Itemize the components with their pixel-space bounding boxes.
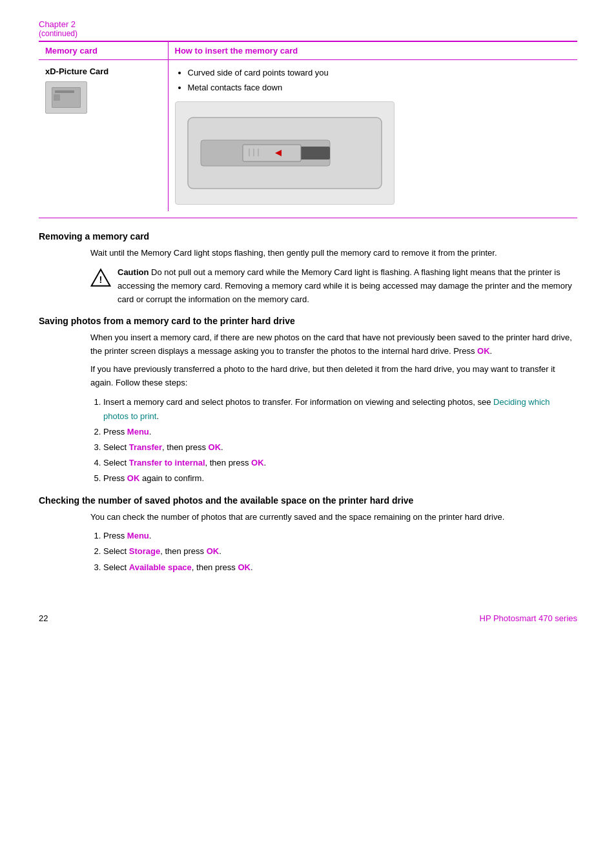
bullet-item-2: Metal contacts face down bbox=[188, 81, 571, 95]
card-name-label: xD-Picture Card bbox=[45, 67, 161, 76]
transfer-to-internal-label: Transfer to internal bbox=[129, 458, 205, 468]
ok-label-2: OK bbox=[251, 458, 264, 468]
checking-step-3: Select Available space, then press OK. bbox=[103, 560, 577, 575]
checking-body: You can check the number of photos that … bbox=[90, 511, 577, 575]
svg-rect-3 bbox=[243, 145, 301, 161]
saving-steps-list: Insert a memory card and select photos t… bbox=[103, 395, 577, 486]
removing-heading: Removing a memory card bbox=[39, 231, 577, 242]
removing-paragraph: Wait until the Memory Card light stops f… bbox=[90, 247, 577, 260]
menu-label-1: Menu bbox=[127, 427, 149, 437]
saving-section: Saving photos from a memory card to the … bbox=[39, 316, 577, 486]
saving-step-2: Press Menu. bbox=[103, 425, 577, 439]
checking-heading: Checking the number of saved photos and … bbox=[39, 495, 577, 506]
xd-card-image bbox=[45, 81, 87, 114]
saving-step-4: Select Transfer to internal, then press … bbox=[103, 456, 577, 470]
chapter-continued: (continued) bbox=[39, 29, 577, 38]
saving-step-1: Insert a memory card and select photos t… bbox=[103, 395, 577, 424]
ok-label-1: OK bbox=[209, 442, 221, 452]
checking-steps-list: Press Menu. Select Storage, then press O… bbox=[103, 529, 577, 574]
ok-inline-1: OK bbox=[477, 346, 490, 356]
ok-label-5: OK bbox=[238, 562, 251, 572]
checking-step-2: Select Storage, then press OK. bbox=[103, 544, 577, 559]
memory-card-table: Memory card How to insert the memory car… bbox=[39, 41, 577, 211]
svg-text:!: ! bbox=[99, 274, 103, 285]
saving-step-5: Press OK again to confirm. bbox=[103, 471, 577, 486]
insertion-instructions-cell: Curved side of card points toward you Me… bbox=[168, 60, 577, 211]
caution-label: Caution bbox=[118, 267, 149, 277]
page-number: 22 bbox=[39, 613, 48, 623]
svg-rect-2 bbox=[298, 147, 330, 159]
transfer-label: Transfer bbox=[129, 442, 162, 452]
table-row: xD-Picture Card Curved side of card poin… bbox=[39, 60, 577, 211]
col-how-to-insert-header: How to insert the memory card bbox=[168, 42, 577, 60]
insertion-bullet-list: Curved side of card points toward you Me… bbox=[188, 67, 571, 95]
saving-paragraph-2: If you have previously transferred a pho… bbox=[90, 363, 577, 390]
product-name: HP Photosmart 470 series bbox=[480, 613, 578, 623]
saving-paragraph-1: When you insert a memory card, if there … bbox=[90, 331, 577, 358]
checking-paragraph-1: You can check the number of photos that … bbox=[90, 511, 577, 524]
insertion-diagram-svg bbox=[181, 105, 388, 201]
removing-section: Removing a memory card Wait until the Me… bbox=[39, 231, 577, 307]
checking-section: Checking the number of saved photos and … bbox=[39, 495, 577, 575]
ok-label-3: OK bbox=[127, 473, 140, 483]
card-name-cell: xD-Picture Card bbox=[39, 60, 168, 211]
saving-step-3: Select Transfer, then press OK. bbox=[103, 440, 577, 455]
caution-text: Caution Do not pull out a memory card wh… bbox=[118, 266, 577, 306]
checking-step-1: Press Menu. bbox=[103, 529, 577, 543]
caution-body: Do not pull out a memory card while the … bbox=[118, 267, 572, 304]
available-space-label: Available space bbox=[129, 562, 192, 572]
menu-label-2: Menu bbox=[127, 531, 149, 540]
page-footer: 22 HP Photosmart 470 series bbox=[39, 613, 577, 623]
bottom-rule bbox=[39, 218, 577, 218]
saving-heading: Saving photos from a memory card to the … bbox=[39, 316, 577, 326]
storage-label: Storage bbox=[129, 546, 160, 556]
deciding-photos-link[interactable]: Deciding which photos to print bbox=[103, 397, 550, 421]
saving-body: When you insert a memory card, if there … bbox=[90, 331, 577, 486]
insertion-diagram bbox=[175, 101, 395, 205]
ok-label-4: OK bbox=[207, 546, 220, 556]
bullet-item-1: Curved side of card points toward you bbox=[188, 67, 571, 80]
chapter-header: Chapter 2 (continued) bbox=[39, 19, 577, 38]
removing-body: Wait until the Memory Card light stops f… bbox=[90, 247, 577, 307]
caution-triangle-icon: ! bbox=[90, 267, 111, 288]
chapter-title: Chapter 2 bbox=[39, 19, 577, 29]
caution-block: ! Caution Do not pull out a memory card … bbox=[90, 266, 577, 306]
col-memory-card-header: Memory card bbox=[39, 42, 168, 60]
